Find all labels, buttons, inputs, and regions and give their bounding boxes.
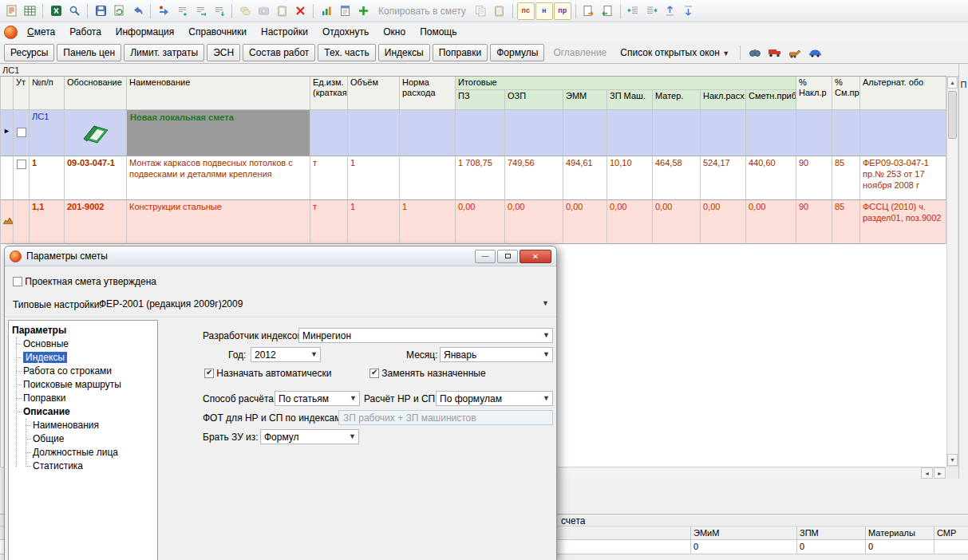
sp-cell[interactable]: 85	[832, 200, 860, 244]
excavator-icon[interactable]	[786, 44, 804, 61]
zu-source-combo[interactable]: Формул▼	[260, 429, 359, 444]
document-tab-label[interactable]: ЛС1	[2, 65, 19, 75]
col-header-ut[interactable]: Ут	[14, 77, 30, 110]
norm-cell[interactable]	[400, 156, 456, 200]
search-icon[interactable]	[65, 2, 83, 20]
truck-icon[interactable]	[766, 44, 784, 61]
col-header-mater[interactable]: Матер.	[653, 90, 701, 110]
num-cell[interactable]: ЛС1	[30, 110, 65, 156]
maximize-button[interactable]	[497, 250, 518, 263]
ozp-cell[interactable]: 749,56	[505, 156, 563, 200]
nakl-cell[interactable]: 524,17	[701, 156, 746, 200]
col-header-unit[interactable]: Ед.изм.(краткая.	[310, 77, 348, 110]
pz-cell[interactable]: 0,00	[456, 200, 505, 244]
ut-cell[interactable]	[14, 156, 30, 200]
emm-cell[interactable]: 0,00	[563, 200, 607, 244]
alt-cell[interactable]: ФССЦ (2010) ч. раздел01, поз.9002	[860, 200, 946, 244]
calc-method-combo[interactable]: По статьям▼	[275, 391, 360, 406]
summary-col-emim[interactable]: ЭМиМ	[690, 526, 796, 539]
col-header-basis[interactable]: Обоснование	[65, 77, 127, 110]
col-header-emm[interactable]: ЭММ	[563, 90, 607, 110]
tree-item-poiskovye-marshruty[interactable]: Поисковые маршруты	[12, 378, 157, 392]
ut-cell[interactable]	[14, 200, 30, 244]
menu-smeta[interactable]: Смета	[20, 24, 62, 40]
col-header-norm[interactable]: Нормарасхода	[400, 77, 456, 110]
insert-section-icon[interactable]	[210, 2, 227, 20]
tab-sostav-rabot[interactable]: Состав работ	[243, 44, 315, 61]
zpmash-cell[interactable]: 10,10	[607, 156, 653, 200]
col-header-smetn[interactable]: Сметн.приб	[746, 90, 796, 110]
basis-cell[interactable]: 09-03-047-1	[65, 156, 127, 200]
tab-indeksy[interactable]: Индексы	[378, 44, 430, 61]
tree-item-osnovnye[interactable]: Основные	[12, 337, 157, 351]
save-icon[interactable]	[92, 2, 109, 20]
nakl-cell[interactable]: 0,00	[701, 200, 746, 244]
sp-cell[interactable]: 85	[832, 156, 860, 200]
table-row-ls1[interactable]: ► ЛС1 Новая локальная смета	[1, 110, 946, 156]
scroll-left-icon[interactable]: ◄	[921, 467, 933, 479]
zpmash-cell[interactable]: 0,00	[607, 200, 653, 244]
tree-item-rabota-so-strokami[interactable]: Работа со строками	[12, 365, 157, 378]
binoculars-search-icon[interactable]	[746, 44, 764, 61]
minimize-button[interactable]: —	[475, 250, 496, 263]
insert-row-below-icon[interactable]	[192, 2, 209, 20]
num-cell[interactable]: 1,1	[30, 200, 65, 244]
scroll-up-icon[interactable]: ▲	[947, 77, 958, 89]
emm-cell[interactable]: 494,61	[563, 156, 607, 200]
table-row-position-1[interactable]: 1 09-03-047-1 Монтаж каркасов подвесных …	[1, 156, 946, 200]
tab-panel-cen[interactable]: Панель цен	[57, 44, 121, 61]
unit-cell[interactable]: т	[310, 200, 348, 244]
recalc-chart-icon[interactable]	[318, 2, 335, 20]
row-checkbox[interactable]	[17, 160, 26, 169]
update-position-icon[interactable]	[155, 2, 172, 20]
col-header-nakl[interactable]: Накл.расх.	[701, 90, 746, 110]
col-header-sp-pct[interactable]: %См.пр.	[832, 77, 860, 110]
year-combo[interactable]: 2012▼	[251, 347, 321, 362]
dialog-titlebar[interactable]: Параметры сметы — ✕	[5, 246, 556, 266]
col-header-num[interactable]: №п/п	[30, 77, 65, 110]
open-windows-dropdown[interactable]: Список открытых окон ▼	[615, 45, 734, 61]
col-header-ozp[interactable]: ОЗП	[505, 90, 563, 110]
vertical-scrollbar[interactable]: ▲ ▼	[946, 76, 958, 467]
index-developer-combo[interactable]: Минрегион▼	[298, 328, 553, 343]
tab-formuly[interactable]: Формулы	[490, 44, 544, 61]
tree-item-statistika[interactable]: Статистика	[12, 459, 157, 473]
table-doc-icon[interactable]	[21, 2, 38, 20]
menu-spravochniki[interactable]: Справочники	[181, 24, 254, 40]
summary-col-zpm[interactable]: ЗПМ	[796, 526, 865, 539]
mater-cell[interactable]: 0,00	[653, 200, 701, 244]
col-header-volume[interactable]: Объём	[348, 77, 400, 110]
import-doc-icon[interactable]	[599, 2, 616, 20]
move-row-up-icon[interactable]	[662, 2, 679, 20]
export-doc-icon[interactable]	[580, 2, 598, 20]
add-position-icon[interactable]	[354, 2, 372, 20]
volume-cell[interactable]: 1	[348, 200, 400, 244]
delete-row-icon[interactable]	[291, 2, 309, 20]
toggle-pr-icon[interactable]: пр	[554, 2, 571, 20]
menu-informaciya[interactable]: Информация	[109, 24, 181, 40]
unit-cell[interactable]: т	[310, 156, 348, 200]
replace-assigned-checkbox[interactable]: Заменять назначенные	[369, 368, 486, 379]
nr-cell[interactable]: 90	[796, 200, 832, 244]
scroll-right-icon[interactable]: ►	[934, 467, 946, 479]
menu-pomosch[interactable]: Помощь	[413, 24, 464, 40]
fot-input[interactable]: ЗП рабочих + ЗП машинистов	[338, 410, 553, 425]
outdent-row-icon[interactable]	[625, 2, 642, 20]
col-header-pz[interactable]: ПЗ	[456, 90, 505, 110]
typical-settings-combo[interactable]: ФЕР-2001 (редакция 2009г)2009▼	[99, 297, 551, 313]
toggle-n-icon[interactable]: н	[535, 2, 553, 20]
month-combo[interactable]: Январь▼	[440, 347, 553, 362]
menu-rabota[interactable]: Работа	[62, 24, 109, 40]
report-icon[interactable]	[336, 2, 354, 20]
replace-assigned-checkbox-box[interactable]	[369, 369, 379, 378]
ozp-cell[interactable]: 0,00	[505, 200, 563, 244]
tree-item-obschie[interactable]: Общие	[12, 432, 157, 446]
tab-resursy[interactable]: Ресурсы	[4, 44, 54, 61]
tree-item-naimenovaniya[interactable]: Наименования	[12, 419, 157, 432]
car-icon[interactable]	[806, 44, 824, 61]
settings-tree[interactable]: Параметры Основные Индексы Работа со стр…	[8, 320, 158, 560]
tab-limit-zatraty[interactable]: Лимит. затраты	[124, 44, 204, 61]
coins-icon[interactable]	[236, 2, 254, 20]
tree-root-parametry[interactable]: Параметры	[12, 324, 157, 337]
nr-sp-calc-combo[interactable]: По формулам▼	[436, 391, 553, 406]
